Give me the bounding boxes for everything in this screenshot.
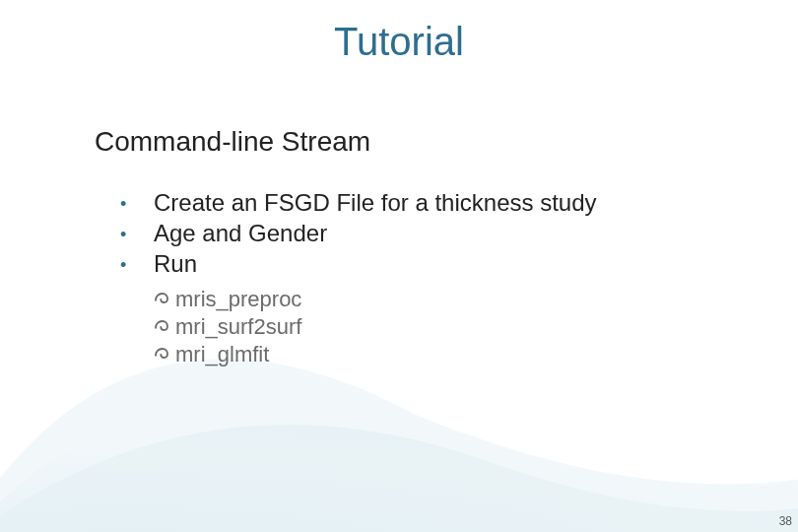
list-item: mri_surf2surf xyxy=(152,313,301,341)
bullet-dot-icon: • xyxy=(120,254,154,277)
sub-bullet-text: mris_preproc xyxy=(175,286,301,313)
bullet-dot-icon: • xyxy=(120,224,154,246)
bullet-dot-icon: • xyxy=(120,193,154,216)
bullet-text: Run xyxy=(154,248,197,279)
section-heading: Command-line Stream xyxy=(95,126,370,158)
page-number: 38 xyxy=(779,514,792,528)
sub-bullet-list: mris_preproc mri_surf2surf mri_glmfit xyxy=(152,286,301,368)
list-item: mris_preproc xyxy=(152,286,301,313)
bullet-list: • Create an FSGD File for a thickness st… xyxy=(120,187,597,280)
sub-bullet-text: mri_surf2surf xyxy=(175,313,301,341)
list-item: • Age and Gender xyxy=(120,218,597,248)
bullet-text: Create an FSGD File for a thickness stud… xyxy=(154,187,597,218)
list-item: • Create an FSGD File for a thickness st… xyxy=(120,187,597,218)
list-item: • Run xyxy=(120,248,597,279)
slide: Tutorial Command-line Stream • Create an… xyxy=(0,0,798,532)
swirl-icon xyxy=(152,290,171,309)
bullet-text: Age and Gender xyxy=(154,218,327,248)
sub-bullet-text: mri_glmfit xyxy=(175,341,269,368)
slide-title: Tutorial xyxy=(0,20,798,64)
swirl-icon xyxy=(152,345,171,365)
list-item: mri_glmfit xyxy=(152,341,301,368)
swirl-icon xyxy=(152,317,171,337)
